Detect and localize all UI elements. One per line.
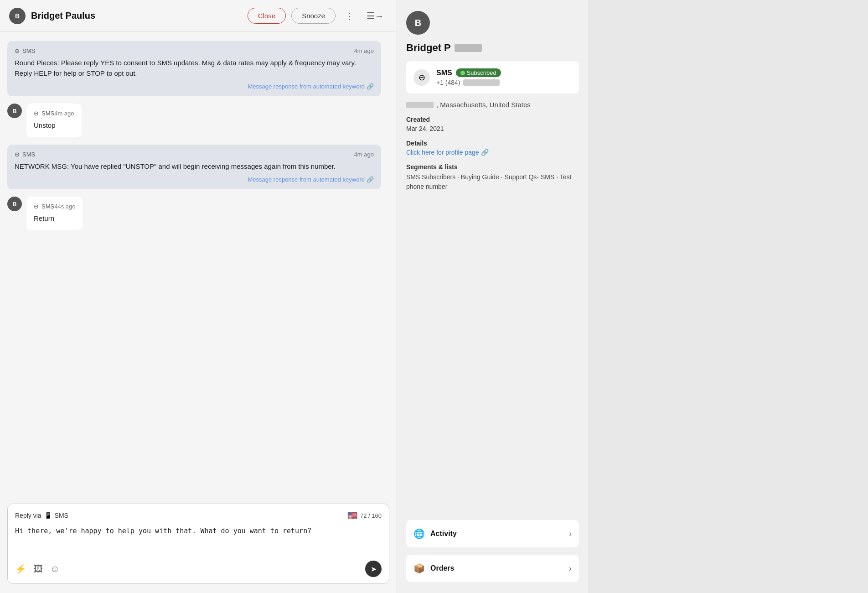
reply-counter: 🇺🇸 72 / 160 bbox=[347, 510, 382, 520]
message-header: ⊖ SMS 44s ago bbox=[34, 203, 75, 210]
message-time: 4m ago bbox=[54, 110, 74, 117]
flag-icon: 🇺🇸 bbox=[347, 510, 357, 520]
snooze-button[interactable]: Snooze bbox=[291, 8, 336, 24]
close-button[interactable]: Close bbox=[248, 8, 286, 24]
lightning-button[interactable]: ⚡ bbox=[15, 563, 26, 574]
sms-channel-icon: ⊖ bbox=[34, 203, 39, 210]
sms-label-row: SMS Subscribed bbox=[436, 68, 501, 77]
message-footer: Message response from automated keyword … bbox=[15, 83, 374, 90]
contact-avatar: B bbox=[406, 11, 430, 35]
send-icon: ➤ bbox=[371, 565, 377, 573]
message-channel: ⊖ SMS bbox=[34, 203, 54, 210]
filter-icon: ☰→ bbox=[367, 10, 384, 21]
activity-card[interactable]: 🌐 Activity › bbox=[406, 520, 579, 547]
message-footer: Message response from automated keyword … bbox=[15, 176, 374, 183]
page-title: Bridget Paulus bbox=[31, 10, 242, 21]
message-time: 4m ago bbox=[354, 47, 374, 54]
reply-actions: ⚡ 🖼 ☺ ➤ bbox=[15, 561, 382, 577]
contact-header: B bbox=[406, 11, 579, 35]
reply-via: Reply via 📱 SMS bbox=[15, 512, 68, 519]
orders-icon: 📦 bbox=[413, 563, 425, 574]
emoji-button[interactable]: ☺ bbox=[50, 563, 59, 574]
messages-area: ⊖ SMS 4m ago Round Pieces: Please reply … bbox=[0, 32, 397, 498]
orders-card-left: 📦 Orders bbox=[413, 563, 454, 574]
message-text: Unstop bbox=[34, 120, 74, 131]
message-header: ⊖ SMS 4m ago bbox=[15, 47, 374, 54]
sms-card: ⊖ SMS Subscribed +1 (484) bbox=[406, 61, 579, 94]
contact-panel: B Bridget P ⊖ SMS Subscribed +1 (484) , … bbox=[397, 0, 588, 593]
location-blur bbox=[406, 102, 434, 108]
profile-page-link[interactable]: Click here for profile page 🔗 bbox=[406, 149, 579, 156]
external-link-icon: 🔗 bbox=[481, 149, 489, 156]
segments-section: Segments & lists SMS Subscribers · Buyin… bbox=[406, 163, 579, 192]
user-message-item: ⊖ SMS 4m ago Unstop bbox=[26, 104, 82, 137]
send-button[interactable]: ➤ bbox=[365, 561, 382, 577]
three-dots-icon: ⋮ bbox=[345, 10, 354, 21]
subscribed-badge: Subscribed bbox=[456, 68, 501, 77]
message-channel: ⊖ SMS bbox=[34, 110, 54, 117]
reply-box: Reply via 📱 SMS 🇺🇸 72 / 160 ⚡ 🖼 ☺ ➤ bbox=[7, 504, 389, 584]
location-row: , Massachusetts, United States bbox=[406, 101, 579, 109]
user-message-row: B ⊖ SMS 44s ago Return bbox=[7, 197, 389, 230]
segments-text: SMS Subscribers · Buying Guide · Support… bbox=[406, 172, 579, 192]
message-text: NETWORK MSG: You have replied "UNSTOP" a… bbox=[15, 161, 374, 172]
activity-icon: 🌐 bbox=[413, 528, 425, 539]
sms-label: SMS bbox=[436, 69, 452, 77]
sms-channel-icon: ⊖ bbox=[15, 151, 20, 158]
sms-card-icon: ⊖ bbox=[413, 69, 430, 86]
message-text: Round Pieces: Please reply YES to consen… bbox=[15, 58, 374, 78]
conversation-panel: B Bridget Paulus Close Snooze ⋮ ☰→ ⊖ SMS… bbox=[0, 0, 397, 593]
details-label: Details bbox=[406, 140, 579, 147]
activity-label: Activity bbox=[430, 530, 457, 538]
user-message-row: B ⊖ SMS 4m ago Unstop bbox=[7, 104, 389, 137]
conversation-header: B Bridget Paulus Close Snooze ⋮ ☰→ bbox=[0, 0, 397, 32]
subscribed-dot bbox=[460, 71, 465, 75]
message-item: ⊖ SMS 4m ago NETWORK MSG: You have repli… bbox=[7, 145, 381, 190]
sms-channel-icon: ⊖ bbox=[34, 110, 39, 117]
orders-card[interactable]: 📦 Orders › bbox=[406, 555, 579, 582]
reply-icon-group: ⚡ 🖼 ☺ bbox=[15, 563, 59, 574]
right-spacer bbox=[406, 199, 579, 513]
created-date: Mar 24, 2021 bbox=[406, 125, 579, 132]
message-item: ⊖ SMS 4m ago Round Pieces: Please reply … bbox=[7, 41, 381, 96]
more-options-button[interactable]: ⋮ bbox=[341, 9, 357, 23]
message-channel: ⊖ SMS bbox=[15, 151, 35, 158]
reply-header: Reply via 📱 SMS 🇺🇸 72 / 160 bbox=[15, 510, 382, 520]
message-time: 44s ago bbox=[54, 203, 75, 210]
reply-textarea[interactable] bbox=[15, 526, 382, 553]
image-button[interactable]: 🖼 bbox=[34, 563, 43, 574]
user-avatar: B bbox=[7, 197, 22, 211]
created-label: Created bbox=[406, 116, 579, 123]
message-header: ⊖ SMS 4m ago bbox=[34, 110, 74, 117]
message-text: Return bbox=[34, 213, 75, 224]
header-avatar: B bbox=[9, 8, 26, 24]
filter-button[interactable]: ☰→ bbox=[363, 9, 388, 23]
orders-chevron-icon: › bbox=[569, 564, 572, 573]
created-section: Created Mar 24, 2021 bbox=[406, 116, 579, 132]
orders-label: Orders bbox=[430, 564, 454, 572]
external-link-icon: 🔗 bbox=[367, 176, 374, 183]
sms-phone-icon: 📱 bbox=[44, 512, 52, 519]
user-avatar: B bbox=[7, 104, 22, 118]
message-header: ⊖ SMS 4m ago bbox=[15, 151, 374, 158]
sms-info: SMS Subscribed +1 (484) bbox=[436, 68, 501, 86]
message-channel: ⊖ SMS bbox=[15, 47, 35, 54]
phone-blur bbox=[463, 79, 500, 86]
contact-name: Bridget P bbox=[406, 42, 579, 54]
user-message-item: ⊖ SMS 44s ago Return bbox=[26, 197, 83, 230]
activity-chevron-icon: › bbox=[569, 529, 572, 539]
external-link-icon: 🔗 bbox=[367, 83, 374, 90]
activity-card-left: 🌐 Activity bbox=[413, 528, 457, 539]
segments-label: Segments & lists bbox=[406, 163, 579, 171]
details-section: Details Click here for profile page 🔗 bbox=[406, 140, 579, 156]
name-blur bbox=[455, 44, 482, 52]
phone-row: +1 (484) bbox=[436, 79, 501, 86]
message-time: 4m ago bbox=[354, 151, 374, 158]
sms-channel-icon: ⊖ bbox=[15, 47, 20, 54]
